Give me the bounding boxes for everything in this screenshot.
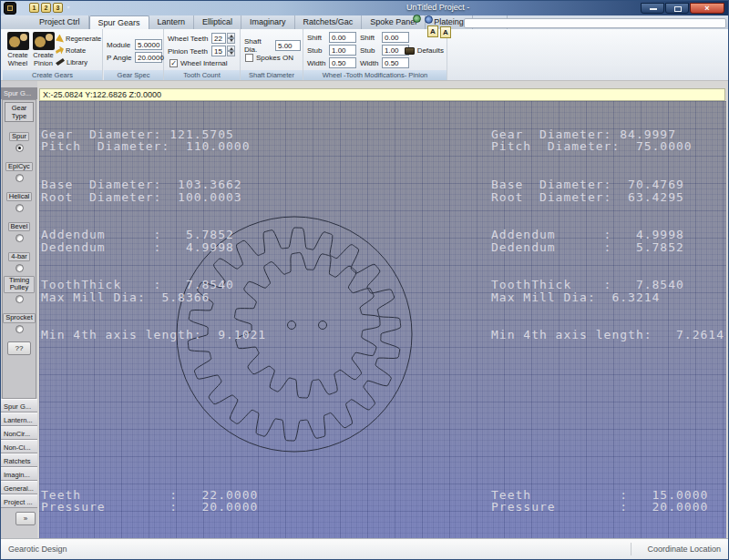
- sidebar-item-noncircular[interactable]: NonCir...: [1, 426, 37, 440]
- app-window: 1 2 3 ▾ UnTitled Project - × Project Ctr…: [0, 0, 729, 560]
- tab-ratchets[interactable]: Ratchets/Gac: [295, 15, 363, 29]
- gear-type-option-bevel[interactable]: Bevel: [3, 216, 36, 242]
- radio-epicyc-icon[interactable]: [15, 174, 24, 182]
- tab-lantern[interactable]: Lantern: [149, 15, 195, 29]
- shift-pinion-label: Shift: [360, 34, 382, 42]
- shift-wheel-field[interactable]: 0.00: [329, 32, 356, 43]
- pinion-teeth-label: Pinion Teeth: [168, 47, 211, 56]
- minimize-button[interactable]: [641, 3, 664, 14]
- pinion-teeth-field[interactable]: 15: [211, 46, 226, 56]
- tab-imaginary[interactable]: Imaginary: [241, 15, 295, 29]
- wheel-internal-label: Wheel Internal: [180, 59, 228, 67]
- spin-down-icon[interactable]: [227, 51, 235, 56]
- gear-type-option-timing-pulley[interactable]: Timing Pulley: [3, 276, 36, 303]
- pressure-angle-field[interactable]: 20.0000: [135, 52, 162, 63]
- group-create-gears: Create Wheel Create Pinion Regenerate Ro…: [3, 29, 103, 80]
- qat-dropdown-icon[interactable]: ▾: [65, 3, 72, 13]
- font-decrease-button[interactable]: A: [440, 26, 451, 38]
- regenerate-button[interactable]: Regenerate: [56, 33, 103, 44]
- qat-button-2[interactable]: 2: [41, 3, 51, 13]
- status-coordinate-label: Coordinate Location: [647, 539, 721, 559]
- create-wheel-label: Create Wheel: [5, 52, 30, 67]
- option-label: Spur: [9, 132, 29, 141]
- qat-button-1[interactable]: 1: [29, 3, 39, 13]
- globe-icon[interactable]: [413, 15, 421, 23]
- radio-4bar-icon[interactable]: [15, 264, 24, 272]
- drawing-canvas[interactable]: Gear Diameter: 121.5705Pitch Diameter: 1…: [39, 101, 726, 538]
- ribbon-blank-field[interactable]: [464, 18, 726, 28]
- library-button[interactable]: Library: [56, 56, 103, 67]
- library-label: Library: [67, 58, 87, 66]
- module-label: Module: [107, 41, 135, 49]
- help-icon[interactable]: [425, 15, 433, 24]
- radio-timing-pulley-icon[interactable]: [15, 295, 24, 303]
- app-icon[interactable]: [4, 2, 16, 15]
- sidebar-item-project[interactable]: Project ...: [1, 494, 37, 508]
- close-button[interactable]: ×: [690, 3, 724, 14]
- close-icon: ×: [691, 4, 724, 14]
- wheel-teeth-stepper[interactable]: [227, 33, 235, 44]
- option-label: Bevel: [8, 222, 31, 231]
- ribbon: Create Wheel Create Pinion Regenerate Ro…: [1, 29, 728, 81]
- gear-type-panel: Gear Type Spur EpiCyc Helical Bevel 4-ba…: [2, 99, 36, 399]
- wheel-teeth-label: Wheel Teeth: [168, 35, 211, 43]
- status-separator: [631, 543, 631, 555]
- wheel-info-readout: Gear Diameter: 121.5705Pitch Diameter: 1…: [41, 103, 266, 367]
- defaults-label: Defaults: [417, 46, 444, 55]
- shaft-dia-field[interactable]: 5.00: [275, 40, 301, 51]
- maximize-button[interactable]: [665, 3, 689, 14]
- gears-icon: [7, 32, 29, 50]
- radio-spur-icon[interactable]: [15, 144, 24, 152]
- pinion-summary-readout: Teeth : 15.0000Pressure : 20.0000 Module…: [491, 463, 708, 538]
- width-pinion-label: Width: [360, 59, 382, 67]
- sidebar-item-noncircular-2[interactable]: Non-Ci...: [1, 440, 37, 453]
- pressure-angle-label: P Angle: [107, 54, 135, 62]
- create-pinion-button[interactable]: Create Pinion: [31, 32, 56, 67]
- gear-type-option-spur[interactable]: Spur: [3, 126, 36, 152]
- radio-helical-icon[interactable]: [15, 204, 24, 212]
- group-label-tooth-count: Tooth Count: [164, 70, 240, 80]
- rotate-label: Rotate: [66, 46, 86, 55]
- gear-type-option-sprocket[interactable]: Sprocket: [3, 307, 36, 333]
- gear-type-option-epicyc[interactable]: EpiCyc: [3, 156, 36, 182]
- module-field[interactable]: 5.0000: [135, 39, 162, 50]
- sidebar-item-general[interactable]: General...: [1, 481, 37, 494]
- pinion-teeth-stepper[interactable]: [227, 46, 235, 56]
- gear-type-title: Gear Type: [5, 102, 34, 122]
- option-label: 4-bar: [8, 252, 30, 261]
- gear-type-option-helical[interactable]: Helical: [3, 186, 36, 212]
- group-label-shaft-diameter: Shaft Diameter: [241, 70, 303, 80]
- radio-sprocket-icon[interactable]: [15, 325, 24, 333]
- gears-icon: [33, 32, 55, 50]
- rotate-button[interactable]: Rotate: [56, 45, 103, 56]
- wheel-teeth-field[interactable]: 22: [211, 33, 226, 44]
- defaults-button[interactable]: Defaults: [405, 46, 444, 55]
- option-label: EpiCyc: [5, 162, 33, 171]
- tab-spur-gears[interactable]: Spur Gears: [89, 15, 149, 29]
- gear-type-option-4bar[interactable]: 4-bar: [3, 246, 36, 272]
- status-bar: Gearotic Design Coordinate Location: [1, 538, 728, 559]
- font-increase-button[interactable]: A: [427, 25, 438, 37]
- stub-wheel-field[interactable]: 1.00: [329, 45, 356, 56]
- width-pinion-field[interactable]: 0.50: [382, 57, 409, 68]
- tab-elliptical[interactable]: Elliptical: [194, 15, 241, 29]
- shift-pinion-field[interactable]: 0.00: [382, 32, 409, 43]
- spin-down-icon[interactable]: [227, 38, 235, 44]
- sidebar-item-ratchets[interactable]: Ratchets: [1, 453, 37, 467]
- sidebar-overflow-button[interactable]: »: [15, 512, 36, 525]
- sidebar-top-tab-spur[interactable]: Spur G...: [1, 87, 37, 99]
- sidebar-item-spur-gears[interactable]: Spur G...: [1, 399, 37, 412]
- pinion-hole-left: [288, 321, 296, 330]
- radio-bevel-icon[interactable]: [15, 234, 24, 242]
- sidebar-item-lantern[interactable]: Lantern...: [1, 412, 37, 426]
- wheel-internal-checkbox[interactable]: ✓: [169, 59, 178, 67]
- qat-button-3[interactable]: 3: [53, 3, 63, 13]
- regenerate-label: Regenerate: [66, 35, 101, 43]
- width-wheel-field[interactable]: 0.50: [329, 57, 356, 68]
- stub-wheel-label: Stub: [307, 46, 329, 55]
- create-wheel-button[interactable]: Create Wheel: [5, 32, 30, 67]
- sidebar-item-imaginary[interactable]: Imagin...: [1, 467, 37, 481]
- tab-project-ctrl[interactable]: Project Ctrl: [31, 15, 89, 29]
- spokes-on-checkbox[interactable]: [245, 54, 253, 62]
- help-button[interactable]: ??: [7, 341, 31, 355]
